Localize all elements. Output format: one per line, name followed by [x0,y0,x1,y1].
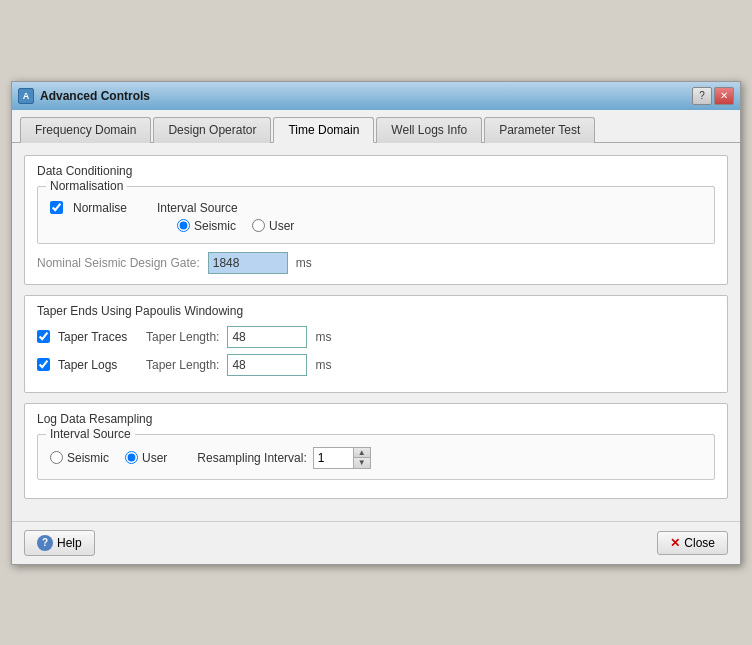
nominal-value-input[interactable] [208,252,288,274]
title-bar: A Advanced Controls ? ✕ [12,82,740,110]
nominal-label: Nominal Seismic Design Gate: [37,256,200,270]
taper-logs-label: Taper Logs [58,358,138,372]
interval-source-radios: Seismic User [177,219,294,233]
user-radio-group: User [252,219,294,233]
resampling-seismic-radio-group: Seismic [50,451,109,465]
taper-ends-title: Taper Ends Using Papoulis Windowing [37,304,715,318]
taper-traces-row: Taper Traces Taper Length: ms [37,326,715,348]
normalisation-label: Normalisation [46,179,127,193]
tabs-bar: Frequency Domain Design Operator Time Do… [12,110,740,143]
tab-parameter-test[interactable]: Parameter Test [484,117,595,143]
close-x-icon: ✕ [670,536,680,550]
resampling-user-radio-group: User [125,451,167,465]
normalise-row: Normalise [50,201,127,215]
main-content: Data Conditioning Normalisation Normalis… [12,143,740,521]
data-conditioning-section: Data Conditioning Normalisation Normalis… [24,155,728,285]
close-title-button[interactable]: ✕ [714,87,734,105]
log-user-radio[interactable] [125,451,138,464]
resampling-interval-group: Resampling Interval: ▲ ▼ [197,447,370,469]
taper-traces-unit: ms [315,330,331,344]
data-conditioning-title: Data Conditioning [37,164,715,178]
window-icon: A [18,88,34,104]
log-data-resampling-section: Log Data Resampling Interval Source Seis… [24,403,728,499]
taper-traces-label: Taper Traces [58,330,138,344]
resampling-interval-label: Resampling Interval: [197,451,306,465]
seismic-radio-group: Seismic [177,219,236,233]
resampling-interval-source-subsection: Interval Source Seismic User Resam [37,434,715,480]
log-seismic-radio[interactable] [50,451,63,464]
taper-ends-section: Taper Ends Using Papoulis Windowing Tape… [24,295,728,393]
resampling-interval-source-label: Interval Source [46,427,135,441]
user-radio[interactable] [252,219,265,232]
title-bar-buttons: ? ✕ [692,87,734,105]
normalisation-subsection: Normalisation Normalise Interval Source [37,186,715,244]
taper-traces-length-label: Taper Length: [146,330,219,344]
normalisation-controls: Normalise Interval Source Seismic [50,195,702,233]
advanced-controls-window: A Advanced Controls ? ✕ Frequency Domain… [11,81,741,565]
interval-source-label: Interval Source [157,201,294,215]
taper-traces-checkbox[interactable] [37,330,50,343]
interval-source-group: Interval Source Seismic User [157,201,294,233]
taper-logs-length-label: Taper Length: [146,358,219,372]
taper-logs-unit: ms [315,358,331,372]
nominal-row: Nominal Seismic Design Gate: ms [37,252,715,274]
bottom-bar: ? Help ✕ Close [12,521,740,564]
spin-up-button[interactable]: ▲ [354,448,370,458]
normalise-checkbox[interactable] [50,201,63,214]
log-user-radio-label: User [142,451,167,465]
close-button[interactable]: ✕ Close [657,531,728,555]
taper-traces-value-input[interactable] [227,326,307,348]
help-button[interactable]: ? Help [24,530,95,556]
resampling-spinbox: ▲ ▼ [313,447,371,469]
normalise-text: Normalise [73,201,127,215]
resampling-spinbox-input[interactable] [313,447,353,469]
spinbox-buttons: ▲ ▼ [353,447,371,469]
help-title-button[interactable]: ? [692,87,712,105]
resampling-controls: Seismic User Resampling Interval: ▲ [50,443,702,469]
seismic-radio[interactable] [177,219,190,232]
nominal-unit: ms [296,256,312,270]
window-title: Advanced Controls [40,89,686,103]
resampling-radio-group: Seismic User [50,451,167,465]
log-seismic-radio-label: Seismic [67,451,109,465]
close-button-label: Close [684,536,715,550]
help-button-label: Help [57,536,82,550]
spin-down-button[interactable]: ▼ [354,458,370,468]
tab-frequency-domain[interactable]: Frequency Domain [20,117,151,143]
tab-well-logs-info[interactable]: Well Logs Info [376,117,482,143]
tab-time-domain[interactable]: Time Domain [273,117,374,143]
log-data-resampling-title: Log Data Resampling [37,412,715,426]
seismic-radio-label: Seismic [194,219,236,233]
taper-logs-row: Taper Logs Taper Length: ms [37,354,715,376]
taper-logs-checkbox[interactable] [37,358,50,371]
help-icon: ? [37,535,53,551]
taper-logs-value-input[interactable] [227,354,307,376]
tab-design-operator[interactable]: Design Operator [153,117,271,143]
user-radio-label: User [269,219,294,233]
